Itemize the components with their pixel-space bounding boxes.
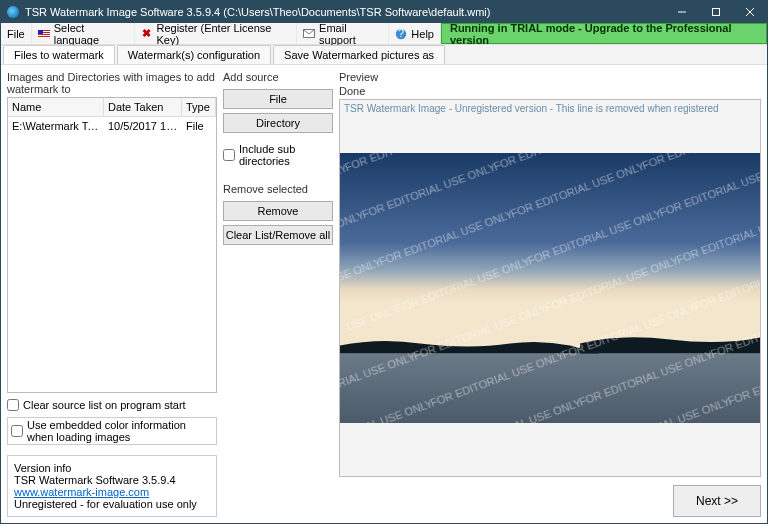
- add-directory-button[interactable]: Directory: [223, 113, 333, 133]
- button-row: Next >>: [339, 477, 761, 517]
- clear-on-start-checkbox[interactable]: Clear source list on program start: [7, 399, 217, 411]
- file-list-header: Name Date Taken Type: [8, 98, 216, 117]
- use-embedded-checkbox[interactable]: Use embedded color information when load…: [7, 417, 217, 445]
- tab-row: Files to watermark Watermark(s) configur…: [1, 45, 767, 65]
- col-type-header[interactable]: Type: [182, 98, 216, 116]
- window-title: TSR Watermark Image Software 3.5.9.4 (C:…: [25, 6, 665, 18]
- menu-help-label: Help: [411, 28, 434, 40]
- right-column: Preview Done: [339, 71, 761, 517]
- version-info: Version info TSR Watermark Software 3.5.…: [7, 455, 217, 517]
- cell-type: File: [182, 117, 216, 135]
- menu-select-language[interactable]: Select language: [32, 23, 135, 44]
- menu-register-label: Register (Enter License Key): [156, 22, 290, 46]
- middle-column: Add source File Directory Include sub di…: [223, 71, 333, 517]
- menu-register[interactable]: ✖ Register (Enter License Key): [135, 23, 297, 44]
- menu-email-support-label: Email support: [319, 22, 382, 46]
- content-area: Images and Directories with images to ad…: [1, 65, 767, 523]
- svg-text:?: ?: [398, 28, 404, 39]
- clear-all-button[interactable]: Clear List/Remove all: [223, 225, 333, 245]
- version-header: Version info: [14, 462, 210, 474]
- preview-image: FOR EDITORIAL USE ONLY: [340, 153, 760, 424]
- minimize-button[interactable]: [665, 1, 699, 23]
- tab-config[interactable]: Watermark(s) configuration: [117, 45, 271, 64]
- menu-file-label: File: [7, 28, 25, 40]
- version-line1: TSR Watermark Software 3.5.9.4: [14, 474, 210, 486]
- clear-on-start-label: Clear source list on program start: [23, 399, 186, 411]
- col-name-header[interactable]: Name: [8, 98, 104, 116]
- tab-files[interactable]: Files to watermark: [3, 45, 115, 64]
- version-link[interactable]: www.watermark-image.com: [14, 486, 149, 498]
- window-controls: [665, 1, 767, 23]
- app-window: TSR Watermark Image Software 3.5.9.4 (C:…: [0, 0, 768, 524]
- svg-rect-7: [38, 34, 50, 35]
- flag-icon: [38, 28, 50, 40]
- remove-button[interactable]: Remove: [223, 201, 333, 221]
- version-line2: Unregistered - for evaluation use only: [14, 498, 210, 510]
- menu-help[interactable]: ? Help: [389, 23, 441, 44]
- svg-rect-9: [38, 30, 43, 34]
- cell-name: E:\Watermark Test Images\Pain...: [8, 117, 104, 135]
- svg-rect-1: [713, 9, 720, 16]
- remove-selected-label: Remove selected: [223, 183, 333, 195]
- help-icon: ?: [395, 28, 407, 40]
- preview-label: Preview: [339, 71, 761, 83]
- menu-email-support[interactable]: Email support: [297, 23, 389, 44]
- clear-on-start-input[interactable]: [7, 399, 19, 411]
- trial-banner[interactable]: Running in TRIAL mode - Upgrade to the P…: [441, 23, 767, 44]
- use-embedded-label: Use embedded color information when load…: [27, 419, 213, 443]
- menu-file[interactable]: File: [1, 23, 32, 44]
- titlebar: TSR Watermark Image Software 3.5.9.4 (C:…: [1, 1, 767, 23]
- svg-rect-16: [340, 153, 760, 424]
- preview-overlay-text: TSR Watermark Image - Unregistered versi…: [344, 103, 756, 114]
- include-sub-checkbox[interactable]: Include sub directories: [223, 143, 333, 167]
- add-source-label: Add source: [223, 71, 333, 83]
- source-list-label: Images and Directories with images to ad…: [7, 71, 217, 95]
- table-row[interactable]: E:\Watermark Test Images\Pain... 10/5/20…: [8, 117, 216, 135]
- maximize-button[interactable]: [699, 1, 733, 23]
- preview-status: Done: [339, 85, 761, 97]
- menubar: File Select language ✖ Register (Enter L…: [1, 23, 767, 45]
- mail-icon: [303, 28, 315, 40]
- svg-rect-8: [38, 36, 50, 37]
- add-file-button[interactable]: File: [223, 89, 333, 109]
- x-icon: ✖: [141, 28, 152, 40]
- menu-select-language-label: Select language: [54, 22, 128, 46]
- preview-frame: FOR EDITORIAL USE ONLY TSR Watermark Ima…: [339, 99, 761, 477]
- use-embedded-input[interactable]: [11, 425, 23, 437]
- cell-date: 10/5/2017 12:1...: [104, 117, 182, 135]
- next-button[interactable]: Next >>: [673, 485, 761, 517]
- col-date-header[interactable]: Date Taken: [104, 98, 182, 116]
- left-column: Images and Directories with images to ad…: [7, 71, 217, 517]
- close-button[interactable]: [733, 1, 767, 23]
- app-icon: [7, 6, 19, 18]
- file-list[interactable]: Name Date Taken Type E:\Watermark Test I…: [7, 97, 217, 393]
- tab-save[interactable]: Save Watermarked pictures as: [273, 45, 445, 64]
- include-sub-label: Include sub directories: [239, 143, 333, 167]
- include-sub-input[interactable]: [223, 149, 235, 161]
